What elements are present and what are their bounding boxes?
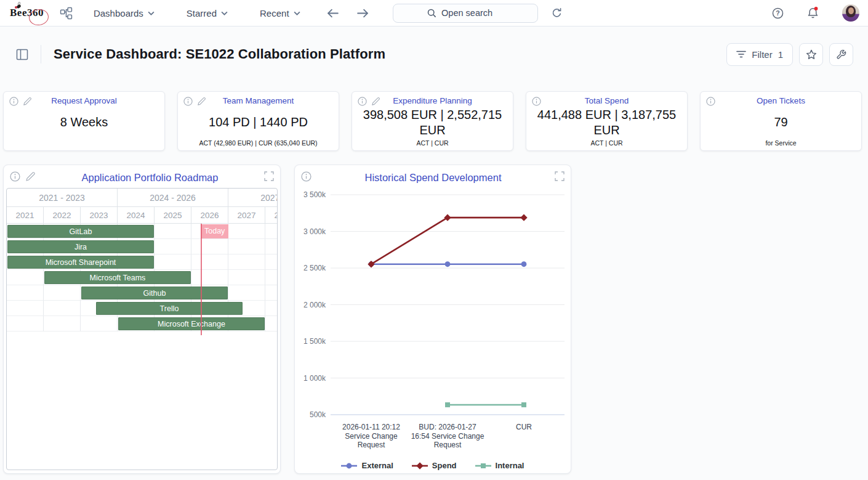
y-axis-tick: 2 500k (303, 264, 326, 272)
year-header: 2027 (228, 207, 265, 224)
panel-row: Application Portfolio Roadmap 2021 - 202… (0, 165, 868, 474)
today-line (201, 224, 202, 335)
grid-cell (155, 224, 191, 239)
gantt-bar-github[interactable]: Github (81, 287, 228, 299)
spend-panel: Historical Spend Development 3 500k3 000… (294, 165, 571, 474)
grid-cell (228, 224, 265, 239)
panel-toggle-icon[interactable] (16, 49, 28, 60)
data-point-external[interactable] (347, 463, 352, 468)
gantt-row: Microsoft Sharepoint (7, 254, 278, 270)
refresh-icon[interactable] (552, 8, 562, 18)
data-point-internal[interactable] (445, 402, 450, 407)
gantt-bar-microsoft-sharepoint[interactable]: Microsoft Sharepoint (7, 256, 154, 269)
gantt-bar-microsoft-exchange[interactable]: Microsoft Exchange (118, 317, 265, 330)
x-axis-label: 2026-01-11 20:12Service ChangeRequest (328, 423, 414, 450)
info-icon[interactable] (532, 97, 541, 108)
grid-cell (44, 285, 81, 301)
kpi-subtitle (10, 139, 158, 147)
kpi-title: Expenditure Planning (358, 96, 507, 105)
divider (41, 45, 41, 63)
data-point-internal[interactable] (521, 402, 526, 407)
legend-label: Internal (496, 461, 524, 470)
y-axis-tick: 3 500k (303, 190, 326, 199)
kpi-card-total-spend: Total Spend 441,488 EUR | 3,187,755 EUR … (526, 91, 688, 151)
gantt-chart[interactable]: 2021 - 20232024 - 20262027 - 2029 202120… (6, 188, 278, 470)
grid-cell (265, 224, 278, 239)
search-input[interactable] (441, 8, 503, 18)
gantt-row: GitLab (7, 224, 278, 239)
gantt-bar-microsoft-teams[interactable]: Microsoft Teams (44, 271, 191, 284)
settings-button[interactable] (829, 43, 853, 66)
kpi-card-team-management: Team Management 104 PD | 1440 PD ACT (42… (177, 91, 339, 151)
data-point-spend[interactable] (444, 214, 451, 221)
info-icon[interactable] (706, 97, 715, 108)
kpi-value: 8 Weeks (10, 105, 158, 139)
gantt-bar-jira[interactable]: Jira (7, 240, 154, 253)
legend-label: Spend (432, 461, 457, 470)
kpi-subtitle: ACT (42,980 EUR) | CUR (635,040 EUR) (184, 139, 332, 147)
gantt-row: Trello (7, 301, 278, 316)
data-point-spend[interactable] (368, 261, 374, 267)
grid-cell (265, 254, 278, 270)
info-icon[interactable] (9, 97, 18, 108)
legend-item-external[interactable]: External (341, 461, 393, 470)
data-point-internal[interactable] (481, 463, 486, 468)
info-icon[interactable] (301, 171, 311, 184)
chevron-down-icon (294, 11, 300, 15)
grid-cell (7, 285, 44, 301)
bell-icon[interactable] (807, 7, 819, 19)
info-icon[interactable] (10, 171, 20, 184)
data-point-external[interactable] (521, 261, 527, 267)
grid-cell (7, 301, 44, 316)
kpi-value: 398,508 EUR | 2,552,715 EUR (358, 105, 507, 139)
data-point-spend[interactable] (416, 462, 423, 469)
wrench-icon (836, 49, 846, 60)
fullscreen-icon[interactable] (555, 171, 565, 184)
legend-item-spend[interactable]: Spend (412, 461, 457, 470)
gantt-bar-gitlab[interactable]: GitLab (7, 225, 154, 238)
nav-dashboards-label: Dashboards (94, 8, 143, 18)
back-arrow-icon[interactable] (326, 8, 339, 18)
avatar[interactable] (842, 4, 859, 22)
edit-pencil-icon[interactable] (371, 97, 380, 108)
filter-label: Filter (752, 49, 772, 60)
kpi-card-request-approval: Request Approval 8 Weeks (3, 91, 165, 151)
gantt-bar-trello[interactable]: Trello (96, 302, 243, 315)
star-button[interactable] (799, 43, 823, 66)
kpi-card-open-tickets: Open Tickets 79 for Service (700, 91, 862, 151)
gantt-row: Microsoft Teams (7, 270, 278, 285)
nav-starred[interactable]: Starred (187, 8, 228, 18)
x-axis-label: CUR (481, 423, 567, 432)
data-point-spend[interactable] (520, 214, 527, 221)
help-icon[interactable]: ? (772, 7, 784, 19)
star-icon (806, 49, 817, 60)
info-icon[interactable] (358, 97, 367, 108)
search-box[interactable] (393, 4, 538, 23)
bee-icon (14, 2, 22, 10)
fullscreen-icon[interactable] (264, 171, 274, 184)
legend-item-internal[interactable]: Internal (475, 461, 524, 470)
kpi-title: Total Spend (532, 96, 681, 105)
nav-dashboards[interactable]: Dashboards (94, 8, 155, 18)
search-icon (427, 9, 436, 18)
edit-pencil-icon[interactable] (25, 171, 36, 184)
data-point-external[interactable] (445, 261, 451, 267)
edit-pencil-icon[interactable] (23, 97, 32, 108)
grid-cell (7, 316, 44, 332)
grid-cell (265, 239, 278, 254)
svg-text:?: ? (776, 9, 779, 17)
gantt-body: GitLabJiraMicrosoft SharepointMicrosoft … (7, 224, 278, 332)
filter-button[interactable]: Filter 1 (726, 43, 793, 66)
chevron-down-icon (148, 11, 155, 15)
nav-recent[interactable]: Recent (260, 8, 300, 18)
top-bar: Bee360 Dashboards Starred Recent (0, 0, 868, 26)
edit-pencil-icon[interactable] (197, 97, 206, 108)
info-icon[interactable] (183, 97, 193, 108)
grid-cell (191, 254, 228, 270)
bee360-logo[interactable]: Bee360 (10, 7, 44, 19)
forward-arrow-icon[interactable] (356, 8, 369, 18)
grid-cell (44, 301, 81, 316)
kpi-title: Request Approval (10, 96, 158, 105)
sitemap-icon[interactable] (60, 7, 73, 20)
grid-cell (228, 285, 265, 301)
